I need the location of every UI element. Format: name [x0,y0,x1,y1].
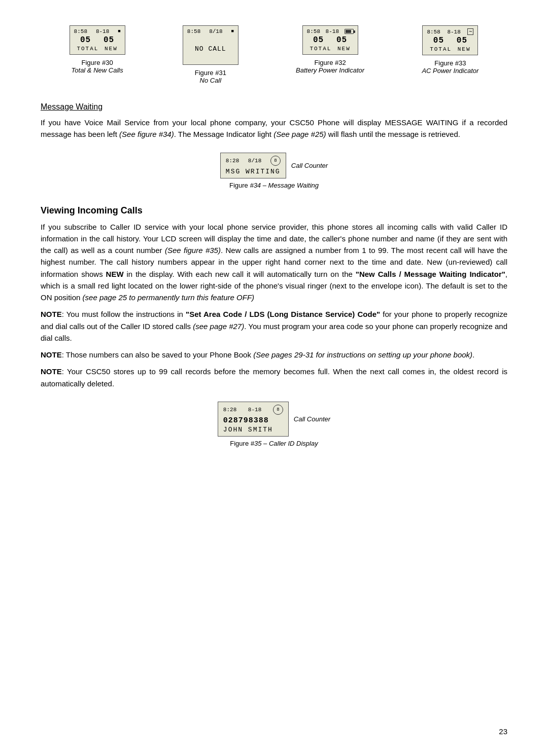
ac-power-icon: ~ [467,28,473,35]
fig34-caption-dash: – [261,182,268,189]
fig35-call-counter-circle: 8 [273,405,283,415]
figure-31-lcd: 8:58 8/18 ■ NO CALL [183,25,238,65]
fig34-top-left: 8:28 [226,158,239,164]
fig32-bot-right: NEW [337,46,351,52]
figure-31: 8:58 8/18 ■ NO CALL Figure #31 No Call [183,25,238,84]
fig34-counter-label: Call Counter [291,162,328,169]
message-waiting-body: If you have Voice Mail Service from your… [41,117,507,140]
fig32-mid-right: 05 [336,35,347,45]
figure-33: 8:58 8-18 ~ 05 05 TOTAL NEW Figure #33 A… [422,25,478,75]
fig30-prefix: Figure [82,59,100,66]
message-waiting-paragraph: If you have Voice Mail Service from your… [41,117,507,140]
figure-35-caption: Figure #35 – Caller ID Display [230,440,318,447]
figure-34-caption: Figure #34 – Message Waiting [229,182,319,189]
figure-35-container: 8:28 8-18 8 028798388 JOHN SMITH Call Co… [41,402,507,447]
fig32-top-left: 8:58 [307,28,320,34]
fig35-caption-num: #35 [249,440,261,447]
viewing-calls-section: Viewing Incoming Calls If you subscribe … [41,205,507,447]
fig33-prefix: Figure [434,59,453,67]
page-number: 23 [499,727,507,736]
viewing-calls-para1: If you subscribe to Caller ID service wi… [41,221,507,304]
figure-35-lcd: 8:28 8-18 8 028798388 JOHN SMITH [218,402,289,437]
figure-34-lcd: 8:28 8/18 8 MSG WRITING [220,153,286,178]
fig31-nocall: NO CALL [195,45,226,53]
fig30-num: #30 [102,59,113,66]
message-waiting-section: Message Waiting If you have Voice Mail S… [41,102,507,189]
figure-32: 8:58 8-18 05 05 TOTAL NEW Figure #32 Bat… [296,25,364,74]
fig33-bot-right: NEW [458,46,471,52]
viewing-calls-title: Viewing Incoming Calls [41,205,507,216]
fig33-top-right: 8-18 [447,29,460,35]
fig35-top-left: 8:28 [223,407,236,413]
fig32-mid-left: 05 [313,35,324,45]
fig35-top-right: 8-18 [248,407,261,413]
note1: NOTE: You must follow the instructions i… [41,308,507,344]
fig35-caption-dash: – [261,440,268,447]
figures-top-row: 8:58 8-18 ■ 05 05 TOTAL NEW Figure #30 T… [41,25,507,84]
fig32-num: #32 [335,59,346,66]
fig30-bot-left: TOTAL [77,46,98,52]
fig30-icon: ■ [118,29,120,34]
fig35-caption-prefix: Figure [230,440,249,447]
fig30-mid-left: 05 [80,35,91,45]
fig30-mid-right: 05 [104,35,114,45]
fig34-bot: MSG WRITING [226,168,281,175]
fig30-label: Total & New Calls [72,66,123,74]
fig30-top-right: 8-18 [96,28,109,34]
viewing-calls-body: If you subscribe to Caller ID service wi… [41,221,507,389]
message-waiting-title: Message Waiting [41,102,102,112]
fig33-mid-left: 05 [433,36,444,45]
fig33-bot-left: TOTAL [430,46,452,52]
fig34-top-right: 8/18 [248,158,261,164]
fig34-caption-num: #34 [248,182,261,189]
fig34-caption-prefix: Figure [229,182,248,189]
figure-34-wrapper: 8:28 8/18 8 MSG WRITING Call Counter [220,153,328,178]
figure-35-wrapper: 8:28 8-18 8 028798388 JOHN SMITH Call Co… [218,402,330,437]
figure-34-container: 8:28 8/18 8 MSG WRITING Call Counter Fig… [41,153,507,189]
fig35-caption-label: Caller ID Display [269,440,318,447]
figure-30-caption: Figure #30 Total & New Calls [72,59,123,74]
battery-icon [345,28,354,34]
figure-30-lcd: 8:58 8-18 ■ 05 05 TOTAL NEW [70,25,125,55]
fig31-icon: ■ [231,29,233,34]
note3: NOTE: Your CSC50 stores up to 99 call re… [41,366,507,389]
fig30-bot-right: NEW [105,46,118,52]
figure-33-caption: Figure #33 AC Power Indicator [422,59,478,75]
fig30-top-left: 8:58 [74,28,87,34]
fig32-label: Battery Power Indicator [296,66,364,74]
fig33-num: #33 [455,59,466,67]
figure-33-lcd: 8:58 8-18 ~ 05 05 TOTAL NEW [422,25,478,55]
fig33-label: AC Power Indicator [422,67,478,75]
fig35-counter-label: Call Counter [294,415,330,423]
fig33-mid-right: 05 [457,36,467,45]
fig32-prefix: Figure [315,59,333,66]
figure-32-caption: Figure #32 Battery Power Indicator [296,59,364,74]
figure-30: 8:58 8-18 ■ 05 05 TOTAL NEW Figure #30 T… [70,25,125,74]
fig31-top-left: 8:58 [187,28,200,34]
fig35-mid: 028798388 [223,416,283,425]
fig32-top-right: 8-18 [326,28,339,34]
fig31-num: #31 [215,69,226,77]
fig33-top-left: 8:58 [427,29,440,35]
note2: NOTE: Those numbers can also be saved to… [41,349,507,361]
fig32-bot-left: TOTAL [310,46,331,52]
figure-31-caption: Figure #31 No Call [195,69,226,84]
fig35-bot: JOHN SMITH [223,426,283,434]
figure-32-lcd: 8:58 8-18 05 05 TOTAL NEW [302,25,358,55]
fig34-caption-label: Message Waiting [268,182,319,189]
fig31-prefix: Figure [195,69,214,77]
fig31-top-right: 8/18 [209,28,222,34]
fig31-label: No Call [195,77,226,84]
fig34-call-counter-circle: 8 [270,156,281,166]
